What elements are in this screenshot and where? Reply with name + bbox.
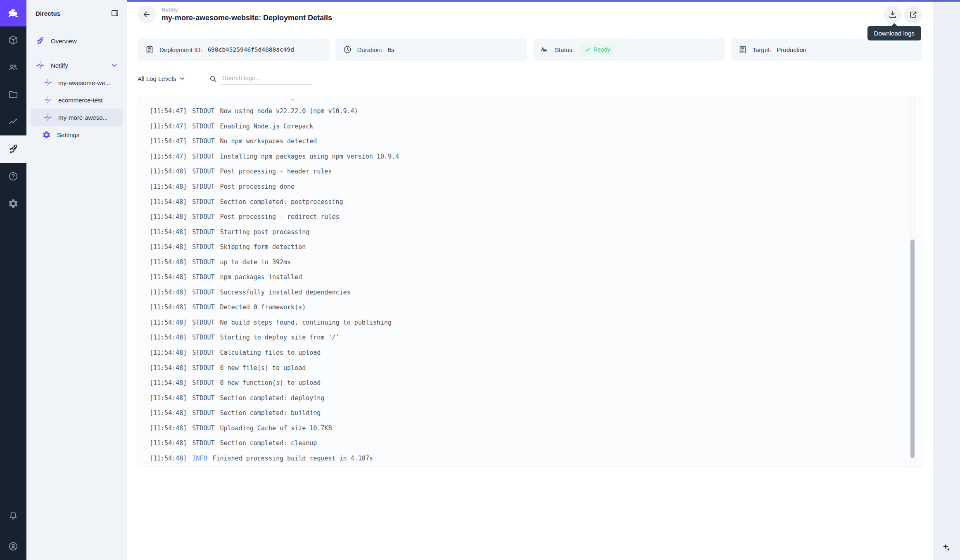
log-timestamp: [11:54:48] (150, 439, 187, 447)
sidebar-item-insights[interactable] (0, 108, 26, 135)
user-menu-button[interactable] (0, 533, 26, 560)
ai-assistant-button[interactable] (941, 542, 952, 553)
log-level: STDOUT (192, 289, 214, 296)
sidebar-item-settings[interactable] (0, 190, 26, 217)
log-level: STDOUT (192, 319, 214, 326)
card-label: Status: (555, 46, 574, 53)
sidebar-item-ecommerce-test[interactable]: ecommerce-test (31, 91, 123, 109)
search-logs-input[interactable] (221, 73, 311, 85)
sidebar-item-label: ecommerce-test (58, 97, 103, 104)
log-level: STDOUT (192, 273, 214, 281)
log-level: STDOUT (192, 304, 214, 311)
log-message: Installing npm packages using npm versio… (220, 153, 399, 160)
log-level: STDOUT (192, 228, 214, 236)
arrow-left-icon (142, 10, 151, 19)
log-line: [11:54:47] STDOUT Now using node v22.22.… (150, 104, 897, 119)
download-logs-tooltip: Download logs (867, 26, 921, 40)
log-timestamp: [11:54:48] (150, 289, 187, 296)
log-level: STDOUT (192, 439, 214, 447)
log-message: Skipping form detection (220, 243, 306, 251)
sidebar-item-label: my-awesome-we... (58, 79, 110, 86)
log-timestamp: [11:54:47] (150, 138, 187, 145)
check-icon (585, 47, 591, 53)
page-title: my-more-awesome-website: Deployment Deta… (162, 14, 332, 22)
open-external-button[interactable] (904, 5, 922, 24)
sidebar-item-label: Overview (51, 38, 77, 45)
log-timestamp: [11:54:48] (150, 349, 187, 356)
target-value: Production (777, 46, 806, 53)
status-card: Status: Ready (533, 38, 725, 61)
module-bar (0, 0, 26, 560)
bell-icon (8, 510, 19, 521)
sidebar-item-netlify-settings[interactable]: Settings (31, 126, 123, 143)
log-lines: [11:54:47] STDOUT Now using node v22.22.… (150, 104, 897, 466)
log-message: Section completed: deploying (220, 394, 325, 402)
log-message: Detected 0 framework(s) (220, 304, 306, 311)
nav-sidebar: Directus Overview (26, 0, 127, 560)
account-icon (8, 541, 19, 552)
sidebar-item-extensions[interactable] (0, 135, 26, 163)
collapse-sidebar-icon[interactable] (111, 9, 119, 17)
duration-value: 6s (387, 46, 394, 53)
log-message: Section completed: cleanup (220, 439, 317, 447)
netlify-site-icon (44, 96, 52, 104)
main-content: Netlify my-more-awesome-website: Deploym… (127, 0, 933, 560)
log-line: [11:54:47] STDOUT No npm workspaces dete… (150, 134, 897, 149)
log-message: Uploading Cache of size 10.7KB (220, 425, 332, 432)
sidebar-item-my-more-awesome-website[interactable]: my-more-aweso... (31, 109, 123, 126)
log-message: No npm workspaces detected (220, 138, 317, 145)
page-header: Netlify my-more-awesome-website: Deploym… (138, 2, 922, 27)
card-label: Target: (753, 46, 772, 53)
log-level: STDOUT (192, 409, 214, 417)
log-level-dropdown[interactable]: All Log Levels (138, 75, 186, 82)
log-line: [11:54:48] STDOUT Section completed: cle… (150, 436, 897, 451)
notifications-button[interactable] (0, 504, 26, 527)
netlify-site-icon (44, 113, 52, 121)
sidebar-item-label: my-more-aweso... (58, 114, 108, 121)
log-level: STDOUT (192, 183, 214, 190)
sidebar-item-files[interactable] (0, 81, 26, 108)
netlify-extension-icon (36, 61, 45, 70)
log-line: [11:54:48] STDOUT Calculating files to u… (150, 345, 897, 361)
log-line: [11:54:48] STDOUT Skipping form detectio… (150, 240, 897, 255)
log-line: [11:54:48] STDOUT Starting to deploy sit… (150, 330, 897, 345)
activity-icon (540, 45, 549, 54)
log-timestamp: [11:54:48] (150, 425, 187, 432)
sidebar-item-my-awesome-website[interactable]: my-awesome-we... (31, 74, 123, 91)
log-timestamp: [11:54:48] (150, 364, 187, 372)
sidebar-item-help[interactable] (0, 163, 26, 190)
log-level: STDOUT (192, 379, 214, 387)
log-line: [11:54:48] STDOUT Section completed: dep… (150, 390, 897, 406)
log-line: [11:54:48] STDOUT Detected 0 framework(s… (150, 300, 897, 315)
module-bar-spacer (0, 217, 26, 504)
log-line: [11:54:48] STDOUT Section completed: bui… (150, 406, 897, 421)
sidebar-item-label: Settings (57, 131, 79, 138)
nav-body: Overview Netlify (26, 26, 127, 143)
duration-card: Duration: 6s (335, 38, 528, 61)
sidebar-item-overview[interactable]: Overview (31, 32, 123, 50)
people-icon (8, 62, 19, 73)
search-icon (209, 75, 217, 83)
log-scrollbar-thumb[interactable] (910, 240, 915, 458)
directus-logo[interactable] (0, 0, 26, 26)
sidebar-item-netlify[interactable]: Netlify (31, 57, 123, 74)
log-message: Post processing - header rules (220, 168, 332, 175)
sidebar-item-content[interactable] (0, 26, 26, 54)
log-filter-row: All Log Levels (138, 70, 922, 87)
sidebar-item-users[interactable] (0, 54, 26, 81)
deployment-id-card: Deployment ID: 698cb4525946f5d4088ac49d (138, 38, 330, 61)
log-line: [11:54:48] STDOUT npm packages installed (150, 270, 897, 285)
log-level: STDOUT (192, 243, 214, 251)
log-timestamp: [11:54:48] (150, 243, 187, 251)
log-level: STDOUT (192, 138, 214, 145)
log-line: [11:54:48] STDOUT Uploading Cache of siz… (150, 420, 897, 436)
chevron-down-icon[interactable] (111, 62, 118, 69)
log-message: up to date in 392ms (220, 259, 291, 266)
chevron-down-icon (178, 75, 186, 82)
module-bar-divider (3, 530, 23, 530)
log-output-panel: - [11:54:47] STDOUT Now using node v22.2… (138, 96, 922, 467)
breadcrumb: Netlify (162, 7, 332, 13)
back-button[interactable] (138, 5, 156, 24)
clipboard-icon (738, 45, 747, 54)
download-logs-button[interactable] (884, 5, 902, 24)
